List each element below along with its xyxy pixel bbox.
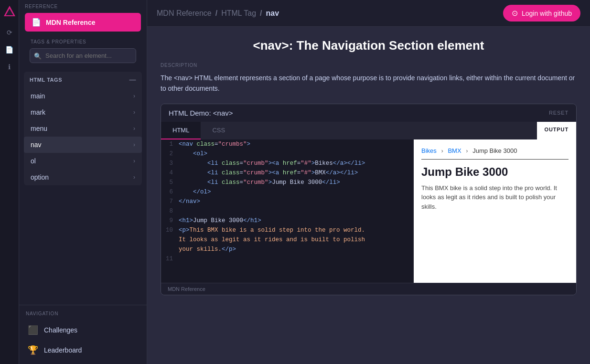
document-pink-icon: 📄	[32, 18, 41, 27]
demo-tabs: HTML CSS OUTPUT	[161, 122, 576, 139]
chevron-right-icon: ›	[133, 174, 135, 181]
tab-html-label: HTML	[172, 127, 189, 134]
tag-item-menu[interactable]: menu ›	[24, 120, 142, 137]
code-line-3: 3 <li class="crumb"><a href="#">Bikes</a…	[161, 159, 414, 168]
breadcrumb-arrow-2: ›	[466, 147, 468, 154]
chevron-right-icon: ›	[133, 158, 135, 164]
code-line-11: 11	[161, 254, 414, 264]
code-line-10: 10 <p>This BMX bike is a solid step into…	[161, 225, 414, 235]
code-line-7: 7 </nav>	[161, 197, 414, 206]
demo-box: HTML Demo: <nav> RESET HTML CSS OUTPUT 1	[161, 104, 577, 295]
breadcrumb-sep-2: /	[260, 9, 262, 18]
icon-strip: ⟳ 📄 ℹ	[0, 0, 19, 364]
html-tags-group: HTML TAGS — main › mark › menu › nav › o…	[24, 72, 142, 185]
github-icon: ⊙	[512, 9, 518, 18]
tag-label: mark	[31, 108, 45, 116]
output-divider	[421, 159, 569, 160]
navigation-label: NAVIGATION	[24, 309, 142, 320]
chevron-right-icon: ›	[133, 93, 135, 99]
section-label: REFERENCE	[25, 4, 141, 9]
breadcrumb-sep-1: /	[215, 9, 217, 18]
output-breadcrumb-bmx[interactable]: BMX	[448, 147, 461, 154]
chevron-right-icon: ›	[133, 109, 135, 116]
breadcrumb-section: HTML Tag	[221, 9, 256, 18]
code-line-9: 9 <h1>Jump Bike 3000</h1>	[161, 216, 414, 225]
tag-item-nav[interactable]: nav ›	[24, 137, 142, 153]
challenges-icon: ⬛	[28, 325, 38, 335]
app-logo	[3, 5, 16, 18]
html-tags-header[interactable]: HTML TAGS —	[24, 72, 142, 88]
login-button[interactable]: ⊙ Login with github	[503, 5, 580, 21]
breadcrumb-arrow-1: ›	[441, 147, 443, 154]
sidebar: REFERENCE 📄 MDN Reference TAGS & PROPERT…	[19, 0, 147, 364]
html-tags-label: HTML TAGS	[30, 77, 62, 83]
demo-content: 1 <nav class="crumbs"> 2 <ol> 3 <li clas…	[161, 139, 576, 283]
code-line-8: 8	[161, 206, 414, 216]
breadcrumb-current: nav	[266, 9, 279, 18]
leaderboard-icon: 🏆	[28, 345, 38, 355]
collapse-icon: —	[129, 76, 136, 84]
output-panel: Bikes › BMX › Jump Bike 3000 Jump Bike 3…	[414, 139, 576, 283]
output-breadcrumb-bikes[interactable]: Bikes	[421, 147, 437, 154]
tag-label: nav	[31, 141, 42, 149]
sidebar-header: REFERENCE 📄 MDN Reference TAGS & PROPERT…	[19, 0, 147, 70]
main-content: MDN Reference / HTML Tag / nav ⊙ Login w…	[147, 0, 590, 364]
mdn-btn-label: MDN Reference	[46, 19, 95, 26]
search-input[interactable]	[30, 48, 136, 63]
tag-label: main	[31, 92, 45, 100]
output-breadcrumb: Bikes › BMX › Jump Bike 3000	[421, 147, 569, 154]
tab-css[interactable]: CSS	[201, 122, 236, 139]
page-title: <nav>: The Navigation Section element	[161, 38, 577, 53]
demo-title: HTML Demo: <nav>	[169, 109, 233, 117]
reset-button[interactable]: RESET	[549, 110, 569, 116]
mdn-reference-button[interactable]: 📄 MDN Reference	[25, 13, 141, 32]
description-label: DESCRIPTION	[161, 63, 577, 68]
sidebar-navigation: NAVIGATION ⬛ Challenges 🏆 Leaderboard	[19, 305, 147, 364]
tag-list: main › mark › menu › nav › ol › option ›	[24, 88, 142, 185]
output-breadcrumb-item: Jump Bike 3000	[472, 147, 517, 154]
top-bar: MDN Reference / HTML Tag / nav ⊙ Login w…	[147, 0, 590, 27]
search-icon: 🔍	[34, 52, 42, 59]
tag-item-main[interactable]: main ›	[24, 88, 142, 104]
challenges-nav-item[interactable]: ⬛ Challenges	[24, 320, 142, 340]
tab-output[interactable]: OUTPUT	[537, 122, 577, 139]
history-icon[interactable]: ⟳	[3, 26, 16, 39]
code-line-10b: It looks as legit as it rides and is bui…	[161, 235, 414, 245]
info-icon[interactable]: ℹ	[3, 60, 16, 74]
leaderboard-label: Leaderboard	[44, 346, 82, 354]
challenges-label: Challenges	[44, 326, 77, 334]
code-line-4: 4 <li class="crumb"><a href="#">BMX</a><…	[161, 168, 414, 178]
leaderboard-nav-item[interactable]: 🏆 Leaderboard	[24, 340, 142, 360]
code-line-5: 5 <li class="crumb">Jump Bike 3000</li>	[161, 178, 414, 187]
tag-label: option	[31, 173, 49, 181]
code-lines: 1 <nav class="crumbs"> 2 <ol> 3 <li clas…	[161, 139, 414, 264]
login-btn-label: Login with github	[522, 10, 572, 17]
chevron-right-icon: ›	[133, 141, 135, 148]
tag-item-mark[interactable]: mark ›	[24, 104, 142, 120]
tag-label: menu	[31, 125, 47, 132]
demo-header: HTML Demo: <nav> RESET	[161, 104, 576, 122]
search-box: 🔍	[30, 48, 136, 63]
code-line-2: 2 <ol>	[161, 149, 414, 159]
output-product-title: Jump Bike 3000	[421, 165, 569, 179]
chevron-right-icon: ›	[133, 125, 135, 132]
code-line-6: 6 </ol>	[161, 187, 414, 197]
tag-item-option[interactable]: option ›	[24, 169, 142, 185]
tab-css-label: CSS	[212, 127, 225, 134]
breadcrumb: MDN Reference / HTML Tag / nav	[157, 9, 279, 18]
description-text: The <nav> HTML element represents a sect…	[161, 73, 577, 94]
output-product-desc: This BMX bike is a solid step into the p…	[421, 183, 569, 212]
code-line-1: 1 <nav class="crumbs">	[161, 139, 414, 149]
document-icon[interactable]: 📄	[3, 43, 16, 56]
code-line-10c: your skills.</p>	[161, 245, 414, 254]
code-panel: 1 <nav class="crumbs"> 2 <ol> 3 <li clas…	[161, 139, 414, 283]
tag-label: ol	[31, 157, 36, 165]
breadcrumb-root: MDN Reference	[157, 9, 212, 18]
tag-item-ol[interactable]: ol ›	[24, 153, 142, 169]
demo-footer: MDN Reference	[161, 283, 576, 295]
tags-properties-label: TAGS & PROPERTIES	[25, 35, 141, 46]
content-area: <nav>: The Navigation Section element DE…	[147, 27, 590, 364]
tab-html[interactable]: HTML	[161, 122, 201, 139]
